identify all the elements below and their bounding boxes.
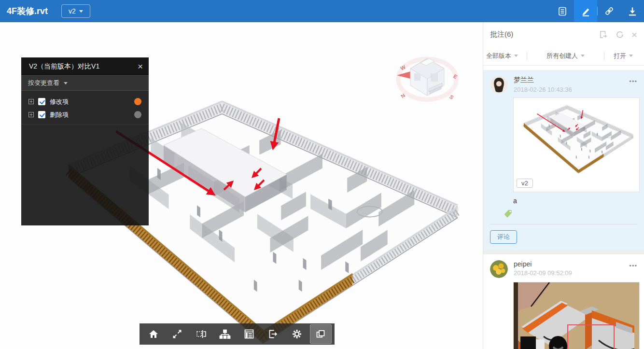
chevron-down-icon xyxy=(581,55,585,57)
tree-row-deleted[interactable]: 删除项 xyxy=(21,108,149,121)
comment-timestamp: 2018-02-26 10:43:36 xyxy=(514,86,572,93)
comment-timestamp: 2018-02-09 09:52:09 xyxy=(514,269,572,277)
annotations-header: 批注(6) × xyxy=(483,22,644,46)
view-by-dropdown[interactable]: 按变更查看 xyxy=(21,75,149,91)
section-plane-icon xyxy=(196,328,207,340)
list-table-icon xyxy=(243,328,255,340)
annotation-card[interactable]: peipei 2018-02-09 09:52:09 ••• xyxy=(483,254,644,349)
gear-icon xyxy=(291,328,303,340)
download-icon xyxy=(627,6,638,16)
compare-panel-header: V2（当前版本）对比V1 × xyxy=(21,57,149,75)
more-options-icon[interactable]: ••• xyxy=(629,260,637,269)
header-actions xyxy=(551,0,644,22)
annotation-filters: 全部版本 所有创建人 打开 xyxy=(483,46,644,66)
chevron-down-icon xyxy=(629,55,633,57)
version-selector[interactable]: v2 xyxy=(61,4,90,18)
annotations-panel: 批注(6) × 全部版本 xyxy=(483,22,644,349)
tree-label: 删除项 xyxy=(50,111,69,119)
tag-label-icon xyxy=(503,209,513,218)
tree-row-modified[interactable]: 修改项 xyxy=(21,95,149,108)
compare-panel-title: V2（当前版本）对比V1 xyxy=(29,62,99,71)
section-button[interactable] xyxy=(190,324,212,344)
avatar xyxy=(490,260,508,278)
comment-body: a xyxy=(513,197,637,205)
close-icon[interactable]: × xyxy=(631,29,637,40)
checkbox-modified[interactable] xyxy=(38,98,45,105)
filter-status-dropdown[interactable]: 打开 xyxy=(604,52,642,60)
compare-panel: V2（当前版本）对比V1 × 按变更查看 修改项 xyxy=(21,57,149,225)
home-view-button[interactable] xyxy=(142,324,165,344)
annotation-list: 梦兰兰 2018-02-26 10:43:36 ••• v2 a xyxy=(483,66,644,349)
settings-button[interactable] xyxy=(286,324,308,344)
document-list-icon xyxy=(557,6,568,16)
annotation-snapshot[interactable] xyxy=(513,282,640,349)
expand-arrows-icon xyxy=(171,328,183,340)
filter-version-dropdown[interactable]: 全部版本 xyxy=(485,52,527,60)
filter-label: 打开 xyxy=(614,52,626,60)
modified-color-marker xyxy=(134,98,141,105)
list-button[interactable] xyxy=(238,324,260,344)
exit-door-icon xyxy=(267,328,279,340)
version-tag: v2 xyxy=(517,179,533,188)
bim-viewer-app: 4F装修.rvt v2 xyxy=(0,0,644,349)
annotation-snapshot[interactable]: v2 xyxy=(513,98,640,192)
checkbox-deleted[interactable] xyxy=(38,111,45,118)
compare-versions-icon xyxy=(315,328,326,340)
fullscreen-button[interactable] xyxy=(167,324,189,344)
snapshot-interior-image xyxy=(514,282,639,349)
compare-button[interactable] xyxy=(310,324,332,344)
export-icon xyxy=(599,30,608,39)
view-by-label: 按变更查看 xyxy=(28,79,59,87)
version-label: v2 xyxy=(69,7,76,15)
comment-button[interactable]: 评论 xyxy=(490,230,517,244)
comment-author: 梦兰兰 xyxy=(514,76,572,84)
pen-icon xyxy=(580,6,591,16)
deleted-color-marker xyxy=(134,111,141,118)
card-separator xyxy=(483,251,644,254)
app-header: 4F装修.rvt v2 xyxy=(0,0,644,22)
properties-button[interactable] xyxy=(551,0,574,22)
change-tree: 修改项 删除项 xyxy=(21,91,149,125)
annotations-title: 批注(6) xyxy=(490,30,513,39)
filter-creator-dropdown[interactable]: 所有创建人 xyxy=(527,52,604,60)
model-tree-button[interactable] xyxy=(214,324,237,344)
refresh-button[interactable] xyxy=(615,30,624,39)
chevron-down-icon xyxy=(514,55,518,57)
tree-label: 修改项 xyxy=(50,98,69,106)
more-options-icon[interactable]: ••• xyxy=(629,76,637,85)
bottom-toolbar xyxy=(140,323,335,345)
exit-button[interactable] xyxy=(262,324,284,344)
file-title: 4F装修.rvt xyxy=(7,0,48,22)
snapshot-model-image xyxy=(514,98,639,192)
filter-label: 全部版本 xyxy=(486,52,511,60)
tree-icon xyxy=(219,328,231,340)
card-divider xyxy=(490,224,637,224)
viewport-3d[interactable]: W E N S xyxy=(0,22,483,349)
comment-author: peipei xyxy=(514,260,572,268)
export-annotation-button[interactable] xyxy=(599,30,608,39)
download-button[interactable] xyxy=(621,0,644,22)
home-icon xyxy=(148,328,159,340)
share-link-button[interactable] xyxy=(598,0,621,22)
expand-plus-icon[interactable] xyxy=(28,99,34,104)
view-cube[interactable]: W E N S xyxy=(395,50,460,104)
annotate-button[interactable] xyxy=(574,0,597,22)
chevron-down-icon xyxy=(64,82,68,84)
avatar xyxy=(490,76,508,94)
filter-label: 所有创建人 xyxy=(546,52,578,60)
home-house-glyph xyxy=(410,58,444,96)
expand-plus-icon[interactable] xyxy=(28,112,34,117)
chevron-down-icon xyxy=(79,10,83,13)
link-icon xyxy=(604,6,615,16)
refresh-icon xyxy=(615,30,624,39)
close-icon[interactable]: × xyxy=(138,62,143,71)
annotation-card[interactable]: 梦兰兰 2018-02-26 10:43:36 ••• v2 a xyxy=(483,70,644,251)
